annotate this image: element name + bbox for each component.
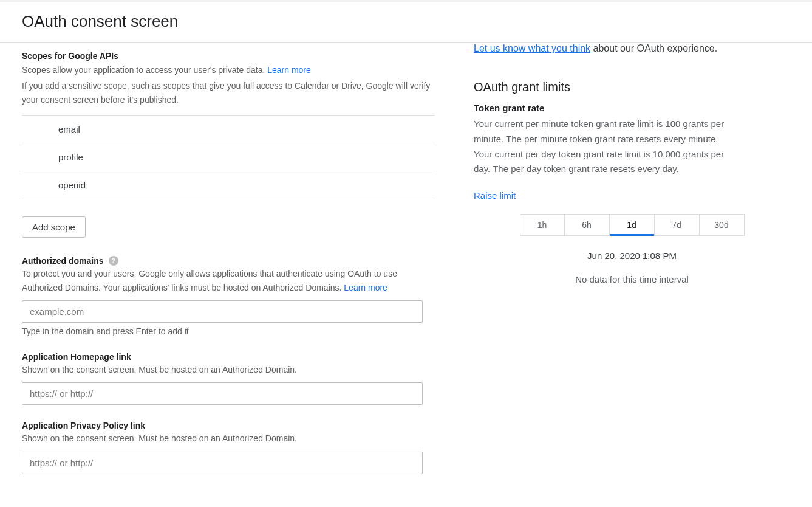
range-1d[interactable]: 1d bbox=[610, 214, 655, 236]
auth-domains-hint: Type in the domain and press Enter to ad… bbox=[22, 326, 440, 336]
auth-domains-label-row: Authorized domains ? bbox=[22, 256, 440, 266]
auth-domains-desc-text: To protect you and your users, Google on… bbox=[22, 269, 397, 292]
feedback-link[interactable]: Let us know what you think bbox=[474, 43, 590, 53]
left-column: Scopes for Google APIs Scopes allow your… bbox=[0, 43, 462, 498]
feedback-line: Let us know what you think about our OAu… bbox=[474, 41, 790, 56]
raise-limit-link[interactable]: Raise limit bbox=[474, 190, 516, 201]
auth-domains-desc: To protect you and your users, Google on… bbox=[22, 267, 435, 294]
homepage-label-row: Application Homepage link bbox=[22, 352, 440, 362]
auth-domains-input[interactable] bbox=[22, 300, 423, 323]
time-range-segmented: 1h 6h 1d 7d 30d bbox=[520, 214, 745, 236]
grant-nodata: No data for this time interval bbox=[474, 274, 790, 285]
scope-item: email bbox=[22, 116, 435, 143]
grant-timestamp: Jun 20, 2020 1:08 PM bbox=[474, 250, 790, 261]
range-6h[interactable]: 6h bbox=[565, 214, 610, 236]
page-title: OAuth consent screen bbox=[22, 12, 790, 31]
privacy-label-row: Application Privacy Policy link bbox=[22, 421, 440, 430]
scope-list: email profile openid bbox=[22, 115, 435, 199]
right-column: Let us know what you think about our OAu… bbox=[462, 43, 812, 498]
scopes-desc: Scopes allow your application to access … bbox=[22, 63, 435, 77]
privacy-input[interactable] bbox=[22, 452, 423, 474]
scopes-desc-text: Scopes allow your application to access … bbox=[22, 65, 267, 75]
scopes-learn-more-link[interactable]: Learn more bbox=[267, 65, 311, 75]
scopes-heading: Scopes for Google APIs bbox=[22, 51, 440, 61]
scopes-note: If you add a sensitive scope, such as sc… bbox=[22, 79, 435, 106]
grant-subheading: Token grant rate bbox=[474, 103, 790, 113]
scope-item: openid bbox=[22, 171, 435, 199]
add-scope-button[interactable]: Add scope bbox=[22, 216, 86, 238]
privacy-heading: Application Privacy Policy link bbox=[22, 421, 145, 430]
range-30d[interactable]: 30d bbox=[700, 214, 745, 236]
grant-text: Your current per minute token grant rate… bbox=[474, 117, 735, 177]
help-icon[interactable]: ? bbox=[109, 256, 118, 266]
range-1h[interactable]: 1h bbox=[520, 214, 565, 236]
homepage-desc: Shown on the consent screen. Must be hos… bbox=[22, 363, 435, 376]
homepage-heading: Application Homepage link bbox=[22, 352, 131, 362]
homepage-input[interactable] bbox=[22, 382, 423, 405]
range-7d[interactable]: 7d bbox=[655, 214, 700, 236]
feedback-rest: about our OAuth experience. bbox=[590, 43, 717, 53]
grant-heading: OAuth grant limits bbox=[474, 80, 790, 94]
privacy-desc: Shown on the consent screen. Must be hos… bbox=[22, 432, 435, 445]
scope-item: profile bbox=[22, 143, 435, 171]
auth-domains-learn-more-link[interactable]: Learn more bbox=[344, 283, 387, 292]
auth-domains-heading: Authorized domains bbox=[22, 256, 104, 266]
page-header: OAuth consent screen bbox=[0, 2, 812, 43]
